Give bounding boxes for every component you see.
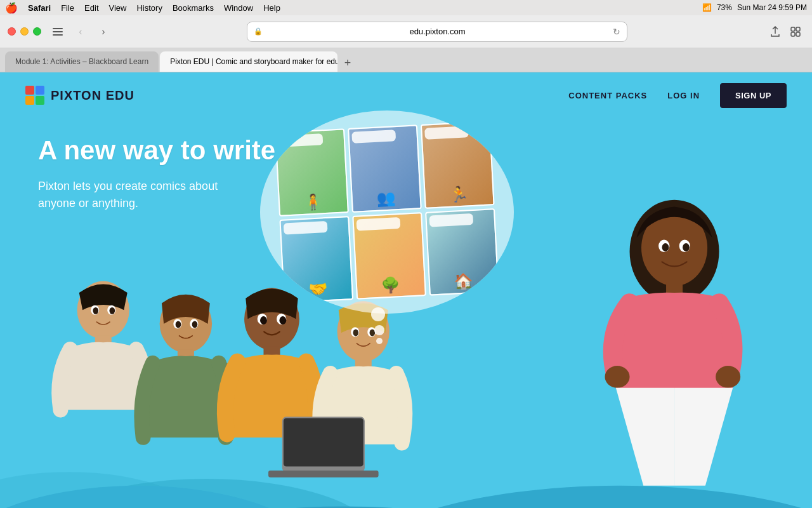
maximize-button[interactable] [33,27,41,36]
comic-panel-6: 🏠 [425,208,499,296]
svg-rect-18 [666,283,683,300]
comic-panel-5: 🌳 [352,212,426,300]
website-content: PIXTON EDU CONTENT PACKS LOG IN SIGN UP … [0,72,812,508]
svg-point-23 [107,305,115,315]
signup-button[interactable]: SIGN UP [720,83,787,108]
svg-rect-39 [263,347,280,362]
thought-bubble: 🧍 👥 🏃 [254,110,520,339]
svg-rect-46 [282,417,365,472]
svg-point-11 [344,486,812,508]
nav-links: CONTENT PACKS LOG IN SIGN UP [568,83,787,108]
new-tab-button[interactable]: + [339,54,357,72]
svg-rect-47 [284,418,363,467]
svg-point-8 [34,479,378,508]
svg-rect-3 [791,27,795,31]
svg-point-31 [192,321,198,328]
menubar-safari[interactable]: Safari [23,3,56,13]
menubar-window[interactable]: Window [219,3,258,13]
tab-grid-icon [790,27,801,37]
tab-pixton[interactable]: Pixton EDU | Comic and storyboard maker … [160,51,337,72]
svg-point-21 [77,281,129,339]
menubar-help[interactable]: Help [258,3,285,13]
svg-rect-0 [53,28,63,29]
login-button[interactable]: LOG IN [667,91,700,100]
menubar-status-area: 📶 73% Sun Mar 24 9:59 PM [702,3,807,12]
svg-point-7 [0,472,206,508]
svg-point-12 [630,200,719,304]
comic-panel-4: 🤝 [279,216,353,304]
pixton-logo[interactable]: PIXTON EDU [25,86,134,105]
browser-window: ‹ › 🔒 edu.pixton.com ↻ [0,15,812,508]
tab-label-active: Pixton EDU | Comic and storyboard maker … [170,57,337,66]
svg-rect-32 [178,349,194,363]
svg-rect-48 [268,471,379,478]
sidebar-toggle-button[interactable] [49,23,67,41]
battery-indicator: 73% [717,3,732,12]
svg-point-28 [173,319,181,328]
logo-text: PIXTON EDU [51,88,134,103]
svg-point-25 [109,307,115,314]
bubble-dot-large [371,307,385,321]
svg-rect-1 [53,31,63,32]
menubar-view[interactable]: View [104,3,132,13]
menubar-history[interactable]: History [131,3,167,13]
svg-point-29 [190,319,198,328]
apple-menu[interactable]: 🍎 [5,2,18,14]
share-button[interactable] [766,23,784,41]
bubble-dot-small [376,338,383,344]
traffic-lights [8,27,41,36]
menubar: 🍎 Safari File Edit View History Bookmark… [0,0,812,15]
pixton-navbar: PIXTON EDU CONTENT PACKS LOG IN SIGN UP [0,72,812,118]
minimize-button[interactable] [20,27,29,36]
wifi-icon: 📶 [702,3,712,12]
svg-rect-6 [796,32,800,36]
comic-panel-1: 🧍 [275,128,349,216]
svg-point-14 [658,240,669,253]
forward-button[interactable]: › [95,23,112,41]
svg-rect-5 [791,32,795,36]
hero-headline: A new way to write [38,136,275,165]
menubar-edit[interactable]: Edit [79,3,103,13]
logo-square-red [25,86,34,95]
logo-icon [25,86,44,105]
toolbar-actions [766,23,804,41]
bubble-dot-medium [374,325,384,335]
tab-label: Module 1: Activities – Blackboard Learn [15,57,148,66]
close-button[interactable] [8,27,16,36]
svg-rect-2 [53,34,63,36]
reload-button[interactable]: ↻ [613,27,620,37]
url-text: edu.pixton.com [266,27,609,36]
sidebar-icon [53,28,63,36]
svg-point-24 [93,307,98,314]
tabs-bar: Module 1: Activities – Blackboard Learn … [0,48,812,72]
svg-rect-26 [95,335,112,349]
menubar-bookmarks[interactable]: Bookmarks [167,3,219,13]
address-bar[interactable]: 🔒 edu.pixton.com ↻ [247,22,627,42]
svg-point-16 [662,243,669,251]
logo-square-blue [36,86,44,95]
back-button[interactable]: ‹ [72,23,89,41]
nav-content-packs[interactable]: CONTENT PACKS [568,91,647,100]
svg-rect-33 [226,362,250,400]
logo-square-green [36,96,44,105]
svg-point-15 [679,240,690,253]
new-tab-grid-button[interactable] [787,23,804,41]
tab-blackboard[interactable]: Module 1: Activities – Blackboard Learn [5,51,159,72]
svg-rect-4 [796,27,800,31]
svg-point-27 [160,295,212,352]
clock: Sun Mar 24 9:59 PM [737,3,807,12]
comic-panel-3: 🏃 [421,121,495,208]
comic-panel-2: 👥 [348,124,422,212]
svg-point-30 [176,321,181,328]
comics-collage: 🧍 👥 🏃 [275,121,499,303]
share-icon [770,26,780,37]
svg-point-13 [641,210,707,286]
svg-point-19 [605,366,629,388]
svg-point-17 [683,243,690,251]
hero-section: A new way to write Pixton lets you creat… [38,136,275,212]
lock-icon: 🔒 [254,27,263,36]
svg-point-9 [0,486,331,508]
svg-point-22 [91,305,99,315]
menubar-file[interactable]: File [56,3,79,13]
logo-square-yellow [25,96,34,105]
